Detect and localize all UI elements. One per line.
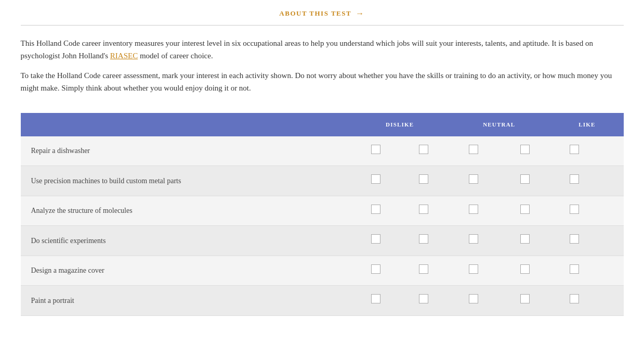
checkbox-row0-col4[interactable] [570,145,579,154]
checkbox-cell [550,136,598,166]
checkbox-row5-col2[interactable] [469,294,478,303]
checkbox-row1-col3[interactable] [520,174,530,184]
riasec-link[interactable]: RIASEC [110,52,138,60]
checkbox-cell [352,196,400,226]
table-header-row: DISLIKE NEUTRAL LIKE [21,113,624,136]
checkbox-row3-col0[interactable] [371,234,380,244]
description-para1: This Holland Code career inventory measu… [21,37,624,62]
checkbox-cell [550,286,598,316]
page-wrapper: ABOUT THIS TEST → This Holland Code care… [10,0,634,316]
checkbox-cell [499,226,550,256]
checkbox-row3-col3[interactable] [520,234,530,244]
checkbox-row4-col2[interactable] [469,264,478,274]
checkbox-row0-col1[interactable] [419,145,428,154]
table-row: Paint a portrait [21,286,624,316]
spacer-cell [598,226,623,256]
checkbox-row5-col0[interactable] [371,294,380,303]
table-row: Design a magazine cover [21,256,624,286]
checkbox-cell [352,166,400,196]
checkbox-row4-col1[interactable] [419,264,428,274]
table-row: Use precision machines to build custom m… [21,166,624,196]
checkbox-row5-col1[interactable] [419,294,428,303]
checkbox-cell [499,286,550,316]
activity-cell: Use precision machines to build custom m… [21,166,352,196]
survey-tbody: Repair a dishwasherUse precision machine… [21,136,624,316]
table-row: Analyze the structure of molecules [21,196,624,226]
checkbox-cell [400,166,448,196]
checkbox-cell [352,226,400,256]
about-test-label: ABOUT THIS TEST [279,8,351,19]
checkbox-cell [352,256,400,286]
checkbox-row4-col0[interactable] [371,264,380,274]
checkbox-row5-col3[interactable] [520,294,530,303]
checkbox-cell [550,226,598,256]
description-para2: To take the Holland Code career assessme… [21,69,624,94]
checkbox-row1-col0[interactable] [371,174,380,184]
checkbox-row1-col2[interactable] [469,174,478,184]
th-dislike: DISLIKE [352,113,448,136]
checkbox-cell [352,136,400,166]
th-like: LIKE [550,113,623,136]
checkbox-row1-col1[interactable] [419,174,428,184]
checkbox-cell [400,256,448,286]
checkbox-row3-col1[interactable] [419,234,428,244]
checkbox-cell [550,256,598,286]
checkbox-cell [499,136,550,166]
checkbox-cell [499,166,550,196]
activity-cell: Paint a portrait [21,286,352,316]
arrow-icon: → [356,7,365,20]
para1-text-1: This Holland Code career inventory measu… [21,39,593,60]
checkbox-cell [448,166,499,196]
para1-text-2: model of career choice. [138,52,213,60]
checkbox-cell [550,196,598,226]
checkbox-row0-col3[interactable] [520,145,530,154]
checkbox-row1-col4[interactable] [570,174,579,184]
checkbox-cell [448,226,499,256]
description-section: This Holland Code career inventory measu… [21,26,624,111]
activity-cell: Repair a dishwasher [21,136,352,166]
checkbox-row4-col4[interactable] [570,264,579,274]
table-row: Repair a dishwasher [21,136,624,166]
survey-table: DISLIKE NEUTRAL LIKE Repair a dishwasher… [21,113,624,316]
checkbox-cell [400,226,448,256]
checkbox-row3-col2[interactable] [469,234,478,244]
spacer-cell [598,286,623,316]
activity-cell: Do scientific experiments [21,226,352,256]
about-test-link[interactable]: ABOUT THIS TEST → [279,7,364,20]
checkbox-cell [550,166,598,196]
checkbox-row2-col2[interactable] [469,205,478,214]
checkbox-cell [448,196,499,226]
th-activity [21,113,352,136]
table-row: Do scientific experiments [21,226,624,256]
spacer-cell [598,136,623,166]
checkbox-cell [400,196,448,226]
th-neutral: NEUTRAL [448,113,550,136]
checkbox-row0-col2[interactable] [469,145,478,154]
spacer-cell [598,166,623,196]
checkbox-cell [499,196,550,226]
checkbox-row3-col4[interactable] [570,234,579,244]
checkbox-cell [352,286,400,316]
checkbox-row4-col3[interactable] [520,264,530,274]
checkbox-row0-col0[interactable] [371,145,380,154]
checkbox-row2-col3[interactable] [520,205,530,214]
checkbox-cell [400,286,448,316]
checkbox-cell [448,256,499,286]
activity-cell: Analyze the structure of molecules [21,196,352,226]
header-section: ABOUT THIS TEST → [21,0,624,26]
checkbox-cell [448,136,499,166]
checkbox-row2-col4[interactable] [570,205,579,214]
checkbox-cell [400,136,448,166]
checkbox-cell [499,256,550,286]
checkbox-row2-col1[interactable] [419,205,428,214]
checkbox-cell [448,286,499,316]
checkbox-row5-col4[interactable] [570,294,579,303]
checkbox-row2-col0[interactable] [371,205,380,214]
spacer-cell [598,196,623,226]
activity-cell: Design a magazine cover [21,256,352,286]
spacer-cell [598,256,623,286]
